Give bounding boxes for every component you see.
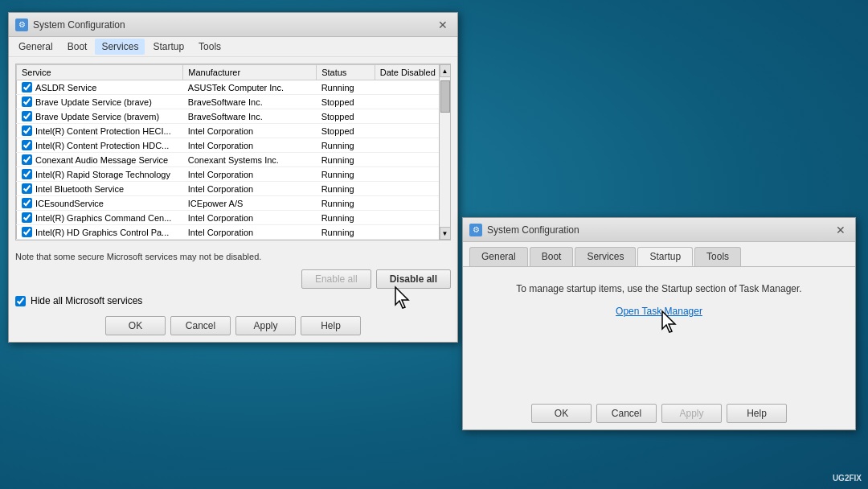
col-status: Status bbox=[317, 65, 375, 80]
service-checkbox-0[interactable] bbox=[22, 82, 32, 92]
manufacturer-cell-0: ASUSTek Computer Inc. bbox=[183, 80, 317, 95]
service-cell-7: Intel Bluetooth Service bbox=[17, 182, 183, 196]
cancel-button-1[interactable]: Cancel bbox=[170, 316, 231, 335]
manufacturer-cell-5: Conexant Systems Inc. bbox=[183, 153, 317, 167]
tab-startup-2[interactable]: Startup bbox=[637, 247, 693, 266]
help-button-2[interactable]: Help bbox=[727, 404, 787, 423]
service-cell-1: Brave Update Service (brave) bbox=[17, 95, 183, 109]
scroll-thumb[interactable] bbox=[440, 80, 450, 113]
menu-services-1[interactable]: Services bbox=[95, 39, 145, 55]
window-title-2: System Configuration bbox=[487, 224, 579, 236]
status-cell-7: Running bbox=[317, 182, 375, 196]
table-row: Intel(R) Content Protection HECI... Inte… bbox=[17, 124, 450, 138]
disable-all-button[interactable]: Disable all bbox=[376, 269, 451, 289]
service-cell-4: Intel(R) Content Protection HDC... bbox=[17, 138, 183, 153]
status-cell-10: Running bbox=[317, 225, 375, 240]
tab-general-2[interactable]: General bbox=[469, 247, 528, 266]
service-checkbox-5[interactable] bbox=[22, 154, 32, 165]
service-checkbox-10[interactable] bbox=[22, 227, 32, 237]
enable-disable-row: Enable all Disable all bbox=[9, 266, 457, 292]
table-row: Brave Update Service (bravem) BraveSoftw… bbox=[17, 109, 450, 124]
hide-microsoft-checkbox[interactable] bbox=[15, 296, 26, 306]
table-row: Intel Bluetooth Service Intel Corporatio… bbox=[17, 182, 450, 196]
status-cell-8: Running bbox=[317, 196, 375, 211]
service-checkbox-9[interactable] bbox=[22, 212, 32, 223]
menu-startup-1[interactable]: Startup bbox=[146, 39, 190, 55]
title-bar-left-2: ⚙ System Configuration bbox=[469, 224, 579, 236]
ok-button-1[interactable]: OK bbox=[105, 316, 166, 335]
table-row: Intel(R) HD Graphics Control Pa... Intel… bbox=[17, 225, 450, 240]
startup-content: To manage startup items, use the Startup… bbox=[463, 267, 855, 333]
manufacturer-cell-9: Intel Corporation bbox=[183, 211, 317, 225]
window-2: ⚙ System Configuration ✕ General Boot Se… bbox=[462, 217, 856, 430]
tab-tools-2[interactable]: Tools bbox=[694, 247, 741, 266]
services-container: Service Manufacturer Status Date Disable… bbox=[9, 57, 457, 247]
table-row: Conexant Audio Message Service Conexant … bbox=[17, 153, 450, 167]
service-cell-6: Intel(R) Rapid Storage Technology bbox=[17, 167, 183, 182]
menu-general-1[interactable]: General bbox=[12, 39, 59, 55]
ok-button-2[interactable]: OK bbox=[531, 404, 592, 423]
menu-tools-1[interactable]: Tools bbox=[192, 39, 227, 55]
manufacturer-cell-4: Intel Corporation bbox=[183, 138, 317, 153]
service-checkbox-4[interactable] bbox=[22, 140, 32, 150]
hide-microsoft-label: Hide all Microsoft services bbox=[31, 295, 142, 306]
service-cell-3: Intel(R) Content Protection HECI... bbox=[17, 124, 183, 138]
service-name-9: Intel(R) Graphics Command Cen... bbox=[35, 213, 171, 223]
status-cell-0: Running bbox=[317, 80, 375, 95]
table-row: ICEsoundService ICEpower A/S Running bbox=[17, 196, 450, 211]
manufacturer-cell-8: ICEpower A/S bbox=[183, 196, 317, 211]
title-bar-1: ⚙ System Configuration ✕ bbox=[9, 13, 457, 37]
service-checkbox-1[interactable] bbox=[22, 97, 32, 107]
service-checkbox-6[interactable] bbox=[22, 169, 32, 179]
service-name-10: Intel(R) HD Graphics Control Pa... bbox=[35, 228, 169, 237]
service-cell-9: Intel(R) Graphics Command Cen... bbox=[17, 211, 183, 225]
service-checkbox-2[interactable] bbox=[22, 111, 32, 121]
table-row: Brave Update Service (brave) BraveSoftwa… bbox=[17, 95, 450, 109]
service-name-0: ASLDR Service bbox=[35, 83, 96, 92]
service-checkbox-7[interactable] bbox=[22, 183, 32, 194]
service-checkbox-3[interactable] bbox=[22, 125, 32, 136]
status-cell-1: Stopped bbox=[317, 95, 375, 109]
scroll-down[interactable]: ▼ bbox=[440, 227, 451, 240]
services-table-wrapper: Service Manufacturer Status Date Disable… bbox=[15, 64, 451, 240]
tab-bar-2: General Boot Services Startup Tools bbox=[463, 242, 855, 267]
title-bar-left-1: ⚙ System Configuration bbox=[15, 18, 125, 31]
help-button-1[interactable]: Help bbox=[301, 316, 361, 335]
scrollbar[interactable]: ▲ ▼ bbox=[439, 64, 450, 240]
status-cell-5: Running bbox=[317, 153, 375, 167]
scroll-up[interactable]: ▲ bbox=[440, 64, 451, 77]
service-checkbox-8[interactable] bbox=[22, 198, 32, 208]
cancel-button-2[interactable]: Cancel bbox=[596, 404, 657, 423]
system-config-icon-1: ⚙ bbox=[15, 18, 28, 31]
open-task-manager-link[interactable]: Open Task Manager bbox=[616, 306, 702, 317]
apply-button-2[interactable]: Apply bbox=[661, 404, 722, 423]
table-row: Intel(R) Graphics Command Cen... Intel C… bbox=[17, 211, 450, 225]
enable-all-button[interactable]: Enable all bbox=[301, 269, 371, 289]
window-title-1: System Configuration bbox=[33, 19, 125, 31]
manufacturer-cell-2: BraveSoftware Inc. bbox=[183, 109, 317, 124]
service-name-3: Intel(R) Content Protection HECI... bbox=[35, 126, 171, 136]
title-bar-2: ⚙ System Configuration ✕ bbox=[463, 218, 855, 242]
note-text: Note that some secure Microsoft services… bbox=[9, 247, 457, 266]
service-name-5: Conexant Audio Message Service bbox=[35, 155, 168, 165]
service-name-6: Intel(R) Rapid Storage Technology bbox=[35, 170, 170, 179]
status-cell-6: Running bbox=[317, 167, 375, 182]
menu-boot-1[interactable]: Boot bbox=[61, 39, 94, 55]
table-row: Intel(R) Rapid Storage Technology Intel … bbox=[17, 167, 450, 182]
status-cell-3: Stopped bbox=[317, 124, 375, 138]
table-row: Intel(R) Content Protection HDC... Intel… bbox=[17, 138, 450, 153]
status-cell-2: Stopped bbox=[317, 109, 375, 124]
startup-message: To manage startup items, use the Startup… bbox=[476, 283, 842, 294]
service-name-7: Intel Bluetooth Service bbox=[35, 184, 124, 194]
system-config-icon-2: ⚙ bbox=[469, 224, 482, 236]
table-row: ASLDR Service ASUSTek Computer Inc. Runn… bbox=[17, 80, 450, 95]
service-cell-11: NVIDIA Display Container LS bbox=[17, 240, 183, 241]
close-button-2[interactable]: ✕ bbox=[833, 222, 849, 238]
tab-services-2[interactable]: Services bbox=[575, 247, 636, 266]
status-cell-11: Running bbox=[317, 240, 375, 241]
tab-boot-2[interactable]: Boot bbox=[530, 247, 574, 266]
col-manufacturer: Manufacturer bbox=[183, 65, 317, 80]
close-button-1[interactable]: ✕ bbox=[435, 17, 451, 33]
apply-button-1[interactable]: Apply bbox=[235, 316, 296, 335]
watermark: UG2FIX bbox=[833, 474, 862, 483]
